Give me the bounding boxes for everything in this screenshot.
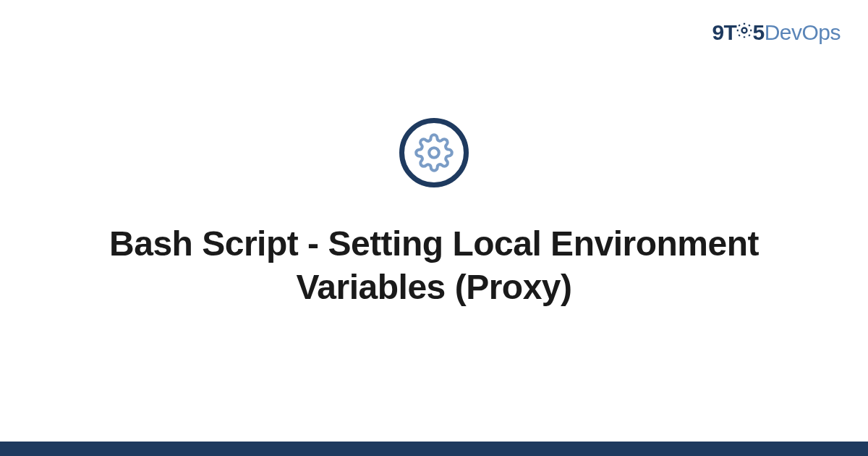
gear-icon-circle (399, 118, 469, 187)
page-title: Bash Script - Setting Local Environment … (109, 222, 760, 309)
bottom-accent-bar (0, 442, 868, 456)
gear-icon (414, 133, 454, 172)
main-content: Bash Script - Setting Local Environment … (0, 0, 868, 456)
